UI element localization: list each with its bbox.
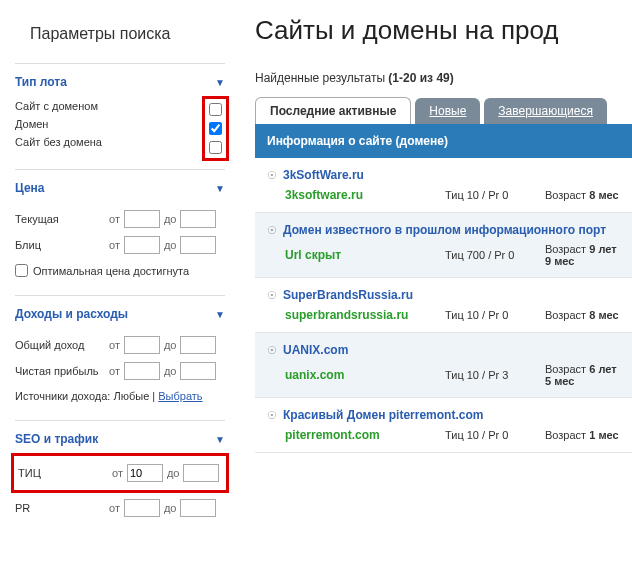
price-current-to[interactable] [180, 210, 216, 228]
income-net-from[interactable] [124, 362, 160, 380]
lot-type-label: Сайт без домена [15, 136, 206, 148]
seo-tic-row: ТИЦ от до [18, 460, 222, 486]
optimal-price-label: Оптимальная цена достигнута [33, 265, 189, 277]
section-seo: SEO и трафик ▼ ТИЦ от до PR от [15, 420, 225, 533]
to-label: до [164, 339, 177, 351]
price-blitz-row: Блиц от до [15, 232, 225, 258]
seo-pr-from[interactable] [124, 499, 160, 517]
sources-label: Источники дохода: [15, 390, 110, 402]
results-count: Найденные результаты (1-20 из 49) [255, 71, 632, 85]
sidebar-title: Параметры поиска [30, 25, 225, 43]
to-label: до [167, 467, 180, 479]
lot-type-label: Сайт с доменом [15, 100, 206, 112]
listing-name-link[interactable]: Красивый Домен piterremont.com [283, 408, 483, 422]
section-header-price[interactable]: Цена ▼ [15, 178, 225, 198]
section-title: Тип лота [15, 75, 67, 89]
income-total-to[interactable] [180, 336, 216, 354]
listing-name-link[interactable]: SuperBrandsRussia.ru [283, 288, 413, 302]
section-header-lot-type[interactable]: Тип лота ▼ [15, 72, 225, 92]
listing-tic: Тиц 10 / Pr 0 [445, 309, 525, 321]
optimal-price-row: Оптимальная цена достигнута [15, 258, 225, 283]
price-current-row: Текущая от до [15, 206, 225, 232]
chevron-down-icon: ▼ [215, 183, 225, 194]
price-current-from[interactable] [124, 210, 160, 228]
sources-value: Любые [113, 390, 149, 402]
range-label: ТИЦ [18, 467, 108, 479]
from-label: от [109, 239, 120, 251]
listing-domain[interactable]: Url скрыт [285, 248, 425, 262]
from-label: от [112, 467, 123, 479]
listing-domain[interactable]: uanix.com [285, 368, 425, 382]
table-header: Информация о сайте (домене) [255, 124, 632, 158]
income-net-to[interactable] [180, 362, 216, 380]
from-label: от [109, 365, 120, 377]
to-label: до [164, 365, 177, 377]
income-sources-row: Источники дохода: Любые | Выбрать [15, 384, 225, 408]
listing-row: ☉ Красивый Домен piterremont.com piterre… [255, 398, 632, 453]
main: Сайты и домены на прод Найденные результ… [240, 0, 632, 572]
listing-row: ☉ Домен известного в прошлом информацион… [255, 213, 632, 278]
checkbox-optimal-price[interactable] [15, 264, 28, 277]
seo-pr-row: PR от до [15, 495, 225, 521]
section-title: Доходы и расходы [15, 307, 128, 321]
globe-icon: ☉ [267, 289, 277, 302]
price-blitz-from[interactable] [124, 236, 160, 254]
results-label: Найденные результаты [255, 71, 385, 85]
listing-age: Возраст 1 мес [545, 429, 619, 441]
income-total-row: Общий доход от до [15, 332, 225, 358]
globe-icon: ☉ [267, 344, 277, 357]
to-label: до [164, 239, 177, 251]
sources-select-link[interactable]: Выбрать [158, 390, 202, 402]
tab-ending[interactable]: Завершающиеся [484, 98, 607, 124]
results-count-value: (1-20 из 49) [388, 71, 453, 85]
listing-tic: Тиц 10 / Pr 0 [445, 429, 525, 441]
section-title: SEO и трафик [15, 432, 98, 446]
highlight-tic: ТИЦ от до [11, 453, 229, 493]
tab-recent-active[interactable]: Последние активные [255, 97, 411, 124]
chevron-down-icon: ▼ [215, 77, 225, 88]
listing-name-link[interactable]: 3kSoftWare.ru [283, 168, 364, 182]
tab-new[interactable]: Новые [415, 98, 480, 124]
highlight-lot-type [202, 96, 229, 161]
range-label: Текущая [15, 213, 105, 225]
checkbox-site-without-domain[interactable] [209, 141, 222, 154]
listing-age: Возраст 9 лет 9 мес [545, 243, 620, 267]
globe-icon: ☉ [267, 169, 277, 182]
listing-tic: Тиц 700 / Pr 0 [445, 249, 525, 261]
lot-type-label: Домен [15, 118, 206, 130]
sidebar: Параметры поиска Тип лота ▼ Сайт с домен… [0, 0, 240, 572]
section-header-seo[interactable]: SEO и трафик ▼ [15, 429, 225, 449]
listing-domain[interactable]: 3ksoftware.ru [285, 188, 425, 202]
listing-row: ☉ UANIX.com uanix.com Тиц 10 / Pr 3 Возр… [255, 333, 632, 398]
checkbox-site-with-domain[interactable] [209, 103, 222, 116]
listing-age: Возраст 8 мес [545, 309, 619, 321]
globe-icon: ☉ [267, 224, 277, 237]
chevron-down-icon: ▼ [215, 434, 225, 445]
section-header-income[interactable]: Доходы и расходы ▼ [15, 304, 225, 324]
seo-tic-to[interactable] [183, 464, 219, 482]
listing-name-link[interactable]: Домен известного в прошлом информационно… [283, 223, 606, 237]
listing-age: Возраст 6 лет 5 мес [545, 363, 620, 387]
price-blitz-to[interactable] [180, 236, 216, 254]
range-label: PR [15, 502, 105, 514]
page-title: Сайты и домены на прод [255, 15, 632, 46]
listing-row: ☉ 3kSoftWare.ru 3ksoftware.ru Тиц 10 / P… [255, 158, 632, 213]
section-lot-type: Тип лота ▼ Сайт с доменом Домен Сайт без… [15, 63, 225, 169]
range-label: Чистая прибыль [15, 365, 105, 377]
listing-name-link[interactable]: UANIX.com [283, 343, 348, 357]
listing-tic: Тиц 10 / Pr 3 [445, 369, 525, 381]
globe-icon: ☉ [267, 409, 277, 422]
seo-pr-to[interactable] [180, 499, 216, 517]
from-label: от [109, 502, 120, 514]
section-price: Цена ▼ Текущая от до Блиц от до [15, 169, 225, 295]
income-total-from[interactable] [124, 336, 160, 354]
seo-tic-from[interactable] [127, 464, 163, 482]
listing-domain[interactable]: superbrandsrussia.ru [285, 308, 425, 322]
from-label: от [109, 339, 120, 351]
listings: ☉ 3kSoftWare.ru 3ksoftware.ru Тиц 10 / P… [255, 158, 632, 453]
listing-age: Возраст 8 мес [545, 189, 619, 201]
listing-domain[interactable]: piterremont.com [285, 428, 425, 442]
range-label: Общий доход [15, 339, 105, 351]
checkbox-domain[interactable] [209, 122, 222, 135]
listing-tic: Тиц 10 / Pr 0 [445, 189, 525, 201]
